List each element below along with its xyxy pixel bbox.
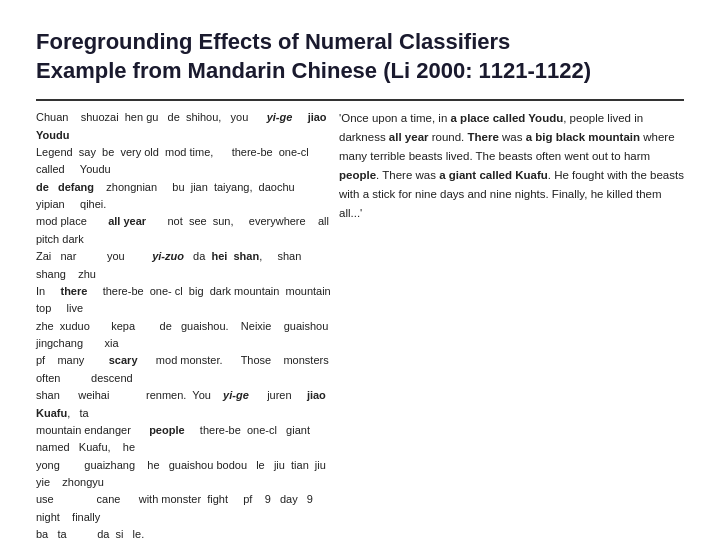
gloss-row-9: shan weihai renmen. You yi-ge juren jiao…	[36, 387, 331, 422]
translation-text: 'Once upon a time, in a place called You…	[339, 109, 684, 223]
gloss-row-3: de defang zhongnian bu jian taiyang, dao…	[36, 179, 331, 214]
right-column: 'Once upon a time, in a place called You…	[331, 109, 684, 540]
divider	[36, 99, 684, 101]
slide: Foregrounding Effects of Numeral Classif…	[0, 0, 720, 540]
gloss-row-2: Legend say be very old mod time, there-b…	[36, 144, 331, 179]
gloss-row-1: Chuan shuozai hen gu de shihou, you yi-g…	[36, 109, 331, 144]
gloss-row-10: mountain endanger people there-be one-cl…	[36, 422, 331, 457]
gloss-row-7: zhe xuduo kepa de guaishou. Neixie guais…	[36, 318, 331, 353]
gloss-row-4: mod place all year not see sun, everywhe…	[36, 213, 331, 248]
gloss-row-6: In there there-be one- cl big dark mount…	[36, 283, 331, 318]
gloss-row-11: yong guaizhang he guaishou bodou le jiu …	[36, 457, 331, 492]
gloss-row-8: pf many scary mod monster. Those monster…	[36, 352, 331, 387]
gloss-row-13: ba ta da si le.	[36, 526, 331, 540]
gloss-row-12: use cane with monster fight pf 9 day 9 n…	[36, 491, 331, 526]
title-line1: Foregrounding Effects of Numeral Classif…	[36, 28, 684, 57]
gloss-row-5: Zai nar you yi-zuo da hei shan, shan sha…	[36, 248, 331, 283]
title-block: Foregrounding Effects of Numeral Classif…	[36, 28, 684, 85]
content-area: Chuan shuozai hen gu de shihou, you yi-g…	[36, 109, 684, 540]
left-column: Chuan shuozai hen gu de shihou, you yi-g…	[36, 109, 331, 540]
title-line2: Example from Mandarin Chinese (Li 2000: …	[36, 57, 684, 86]
